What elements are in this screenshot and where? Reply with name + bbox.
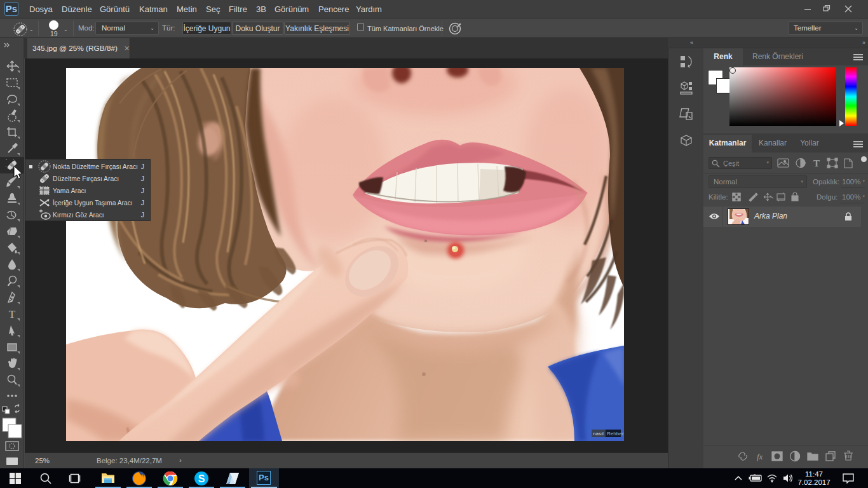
svg-text:fx: fx	[757, 452, 763, 461]
svg-text:S: S	[198, 473, 205, 484]
svg-text:Rehberi: Rehberi	[607, 431, 624, 437]
svg-text:T: T	[9, 308, 16, 320]
svg-text:nasıl: nasıl	[593, 431, 604, 437]
svg-text:T: T	[813, 158, 820, 168]
